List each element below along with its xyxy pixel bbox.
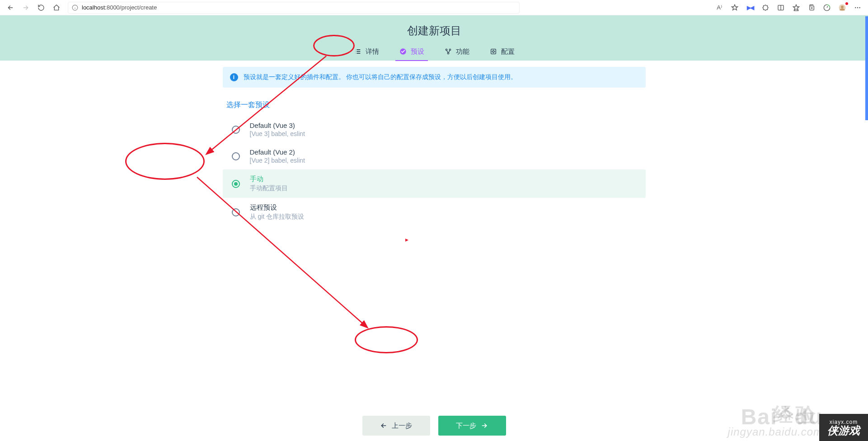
tab-label: 详情 [366,47,379,56]
main-content: i 预设就是一套定义好的插件和配置。 你也可以将自己的配置保存成预设，方便以后创… [223,61,646,276]
preset-title: Default (Vue 3) [250,122,305,129]
page-header: 创建新项目 详情 预设 功能 配置 [0,15,868,61]
next-button[interactable]: 下一步 [438,416,506,436]
info-banner: i 预设就是一套定义好的插件和配置。 你也可以将自己的配置保存成预设，方便以后创… [223,67,646,88]
preset-remote[interactable]: 远程预设 从 git 仓库拉取预设 [223,198,646,226]
puzzle-icon [444,47,452,56]
svg-point-11 [841,5,844,8]
tab-label: 功能 [456,47,469,56]
radio-icon [232,126,240,134]
radio-icon [232,208,240,216]
browser-toolbar: localhost:8000/project/create A⁾ ▶◀ [0,0,868,15]
radio-icon [232,152,240,160]
preset-title: 远程预设 [250,203,305,212]
tab-label: 配置 [501,47,515,56]
preset-manual[interactable]: 手动 手动配置项目 [223,169,646,198]
site-info-icon[interactable] [72,5,78,11]
read-aloud-icon[interactable]: A⁾ [713,1,726,14]
tab-config[interactable]: 配置 [489,44,515,60]
tab-label: 预设 [411,47,424,56]
check-circle-icon [399,47,407,56]
page-title: 创建新项目 [0,22,868,42]
address-bar[interactable]: localhost:8000/project/create [68,2,520,14]
back-button[interactable] [4,1,17,14]
extension-blue-icon[interactable]: ▶◀ [743,1,757,14]
preset-title: Default (Vue 2) [250,148,305,156]
more-icon[interactable] [851,1,864,14]
scrollbar[interactable] [865,16,868,120]
profile-icon[interactable] [835,1,849,14]
list-icon [354,47,362,56]
preset-subtitle: [Vue 3] babel, eslint [250,130,305,137]
radio-icon [232,180,240,188]
annotation-ellipse-preset [125,143,205,180]
prev-button[interactable]: 上一步 [362,416,430,436]
gear-icon [489,47,497,56]
annotation-ellipse-next [355,326,418,353]
watermark-url: jingyan.baidu.com [728,426,823,438]
split-screen-icon[interactable] [774,1,788,14]
svg-point-14 [859,7,860,8]
refresh-button[interactable] [34,1,48,14]
watermark-jingyan: 经验 [773,402,818,428]
tab-presets[interactable]: 预设 [399,44,424,60]
preset-title: 手动 [250,175,288,183]
preset-subtitle: 手动配置项目 [250,184,288,192]
tab-features[interactable]: 功能 [444,44,469,60]
info-icon: i [230,73,238,81]
button-label: 下一步 [456,422,476,430]
preset-list: Default (Vue 3) [Vue 3] babel, eslint De… [223,116,646,226]
svg-point-12 [855,7,856,8]
section-title: 选择一套预设 [226,100,646,110]
collections-icon[interactable] [805,1,818,14]
tab-details[interactable]: 详情 [354,44,379,60]
performance-icon[interactable] [820,1,834,14]
info-text: 预设就是一套定义好的插件和配置。 你也可以将自己的配置保存成预设，方便以后创建项… [244,73,517,81]
step-tabs: 详情 预设 功能 配置 [0,42,868,61]
favorite-icon[interactable] [728,1,741,14]
extension-cog-icon[interactable] [759,1,772,14]
watermark-corner: xiayx.com 侠游戏 [819,414,868,441]
preset-subtitle: 从 git 仓库拉取预设 [250,213,305,221]
preset-default-vue2[interactable]: Default (Vue 2) [Vue 2] babel, eslint [223,143,646,169]
svg-point-13 [857,7,858,8]
forward-button[interactable] [19,1,33,14]
svg-point-3 [763,5,768,10]
preset-subtitle: [Vue 2] babel, eslint [250,157,305,164]
svg-point-26 [493,51,494,52]
preset-default-vue3[interactable]: Default (Vue 3) [Vue 3] babel, eslint [223,116,646,143]
button-label: 上一步 [392,422,412,430]
url-text: localhost:8000/project/create [82,4,157,11]
home-button[interactable] [50,1,63,14]
favorites-bar-icon[interactable] [789,1,803,14]
